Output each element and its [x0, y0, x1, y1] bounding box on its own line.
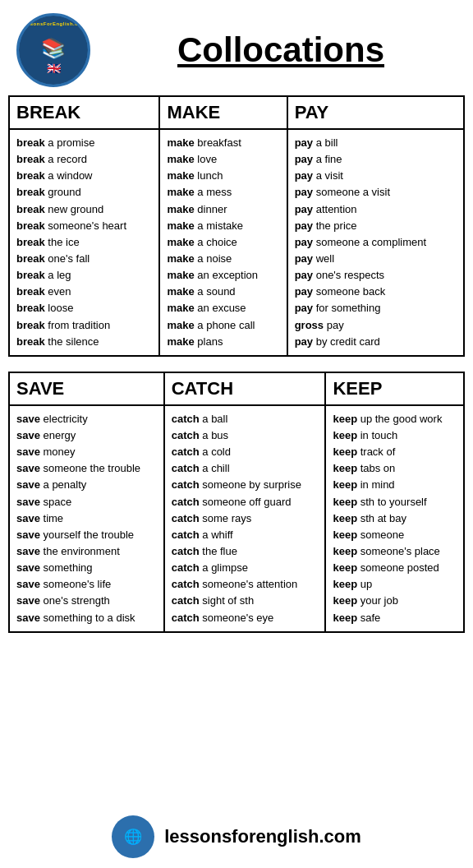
list-item: make a choice — [167, 234, 279, 251]
list-item: save someone the trouble — [16, 460, 157, 477]
pay-header: PAY — [287, 96, 464, 129]
list-item: save someone's life — [16, 576, 157, 593]
tables-wrapper: BREAK MAKE PAY break a promisebreak a re… — [0, 95, 473, 648]
list-item: pay well — [295, 251, 457, 267]
list-item: break a record — [16, 151, 152, 168]
list-item: break from tradition — [16, 317, 152, 334]
list-item: break someone's heart — [16, 218, 152, 234]
list-item: keep track of — [333, 444, 457, 460]
list-item: catch some rays — [172, 510, 319, 527]
list-item: catch a chill — [172, 460, 319, 477]
list-item: gross pay — [295, 317, 457, 334]
list-item: keep in touch — [333, 427, 457, 444]
list-item: make a mistake — [167, 218, 279, 234]
list-item: keep safe — [333, 610, 457, 626]
break-cell: break a promisebreak a recordbreak a win… — [9, 129, 159, 356]
list-item: make a phone call — [167, 317, 279, 334]
list-item: catch the flue — [172, 543, 319, 560]
list-item: catch a whiff — [172, 527, 319, 543]
list-item: catch sight of sth — [172, 593, 319, 609]
page-header: LessonsForEnglish.com 📚 🇬🇧 Collocations — [0, 0, 473, 95]
list-item: save time — [16, 510, 157, 527]
list-item: break the silence — [16, 334, 152, 350]
list-item: make breakfast — [167, 135, 279, 151]
list-item: catch a glimpse — [172, 560, 319, 576]
list-item: make love — [167, 151, 279, 168]
list-item: keep sth at bay — [333, 510, 457, 527]
list-item: catch someone's eye — [172, 610, 319, 626]
list-item: pay one's respects — [295, 267, 457, 284]
bottom-collocations-table: SAVE CATCH KEEP save electricitysave ene… — [8, 372, 465, 633]
list-item: break loose — [16, 300, 152, 316]
list-item: save something — [16, 560, 157, 576]
keep-cell: keep up the good workkeep in touchkeep t… — [325, 405, 464, 632]
list-item: save yourself the trouble — [16, 527, 157, 543]
list-item: keep your job — [333, 593, 457, 609]
list-item: make an exception — [167, 267, 279, 284]
list-item: pay someone back — [295, 284, 457, 300]
catch-cell: catch a ballcatch a buscatch a coldcatch… — [164, 405, 326, 632]
top-collocations-table: BREAK MAKE PAY break a promisebreak a re… — [8, 95, 465, 357]
list-item: save something to a disk — [16, 610, 157, 626]
list-item: break even — [16, 284, 152, 300]
catch-header: CATCH — [164, 372, 326, 405]
list-item: pay a fine — [295, 151, 457, 168]
list-item: pay attention — [295, 201, 457, 218]
footer-logo: 🌐 — [112, 815, 154, 858]
list-item: break a window — [16, 168, 152, 184]
list-item: make a mess — [167, 184, 279, 201]
list-item: pay someone a visit — [295, 184, 457, 201]
list-item: pay someone a compliment — [295, 234, 457, 251]
list-item: break one's fall — [16, 251, 152, 267]
list-item: save money — [16, 444, 157, 460]
list-item: save a penalty — [16, 477, 157, 493]
list-item: make plans — [167, 334, 279, 350]
list-item: make a noise — [167, 251, 279, 267]
list-item: break new ground — [16, 201, 152, 218]
save-header: SAVE — [9, 372, 164, 405]
list-item: make dinner — [167, 201, 279, 218]
list-item: pay a visit — [295, 168, 457, 184]
list-item: keep tabs on — [333, 460, 457, 477]
list-item: catch someone by surprise — [172, 477, 319, 493]
make-header: MAKE — [159, 96, 287, 129]
break-header: BREAK — [9, 96, 159, 129]
list-item: pay the price — [295, 218, 457, 234]
list-item: catch someone off guard — [172, 494, 319, 510]
list-item: pay a bill — [295, 135, 457, 151]
list-item: keep up — [333, 576, 457, 593]
list-item: break a leg — [16, 267, 152, 284]
make-cell: make breakfastmake lovemake lunchmake a … — [159, 129, 287, 356]
list-item: keep up the good work — [333, 411, 457, 427]
list-item: save the environment — [16, 543, 157, 560]
list-item: keep in mind — [333, 477, 457, 493]
page-title: Collocations — [105, 30, 457, 70]
logo: LessonsForEnglish.com 📚 🇬🇧 — [16, 13, 90, 87]
list-item: keep someone — [333, 527, 457, 543]
logo-text: LessonsForEnglish.com — [21, 21, 86, 26]
list-item: save one's strength — [16, 593, 157, 609]
footer: 🌐 lessonsforenglish.com — [0, 806, 473, 868]
list-item: save electricity — [16, 411, 157, 427]
list-item: save space — [16, 494, 157, 510]
list-item: catch a ball — [172, 411, 319, 427]
list-item: pay by credit card — [295, 334, 457, 350]
pay-cell: pay a billpay a finepay a visitpay someo… — [287, 129, 464, 356]
list-item: make lunch — [167, 168, 279, 184]
list-item: pay for something — [295, 300, 457, 316]
save-cell: save electricitysave energysave moneysav… — [9, 405, 164, 632]
list-item: keep someone posted — [333, 560, 457, 576]
list-item: make an excuse — [167, 300, 279, 316]
list-item: break ground — [16, 184, 152, 201]
list-item: catch a bus — [172, 427, 319, 444]
list-item: keep sth to yourself — [333, 494, 457, 510]
list-item: catch a cold — [172, 444, 319, 460]
list-item: keep someone's place — [333, 543, 457, 560]
list-item: catch someone's attention — [172, 576, 319, 593]
list-item: break the ice — [16, 234, 152, 251]
list-item: save energy — [16, 427, 157, 444]
footer-url: lessonsforenglish.com — [164, 826, 361, 847]
list-item: break a promise — [16, 135, 152, 151]
list-item: make a sound — [167, 284, 279, 300]
keep-header: KEEP — [325, 372, 464, 405]
